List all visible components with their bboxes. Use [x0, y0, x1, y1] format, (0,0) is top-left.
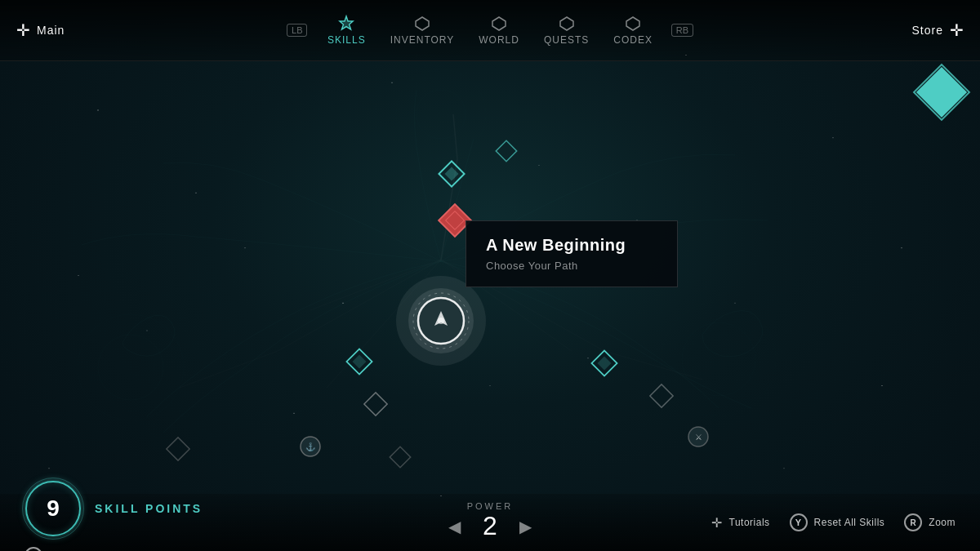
left-mid-node: ⚓ [301, 437, 320, 456]
reset-button-icon: Y [790, 513, 808, 531]
svg-marker-20 [626, 17, 639, 30]
svg-rect-35 [167, 438, 189, 460]
svg-rect-32 [364, 393, 387, 415]
store-plus-icon: ✛ [950, 20, 964, 40]
tooltip-title: A New Beginning [486, 236, 657, 255]
inventory-icon [413, 15, 431, 33]
svg-rect-37 [353, 355, 367, 369]
codex-label: Codex [613, 34, 653, 46]
tutorials-icon: ✛ [711, 515, 723, 531]
far-left-node [167, 438, 189, 460]
power-decrease-button[interactable]: ◀ [448, 517, 461, 536]
tab-world[interactable]: World [479, 15, 519, 46]
inventory-label: Inventory [390, 34, 455, 46]
store-button[interactable]: Store ✛ [912, 20, 964, 40]
svg-rect-43 [390, 447, 410, 467]
plus-icon: ✛ [16, 20, 30, 40]
svg-marker-18 [492, 17, 506, 30]
tab-skills[interactable]: Skills [327, 15, 366, 46]
rb-button[interactable]: RB [671, 24, 693, 37]
right-upper-node [650, 384, 673, 407]
lb-button[interactable]: LB [287, 24, 307, 37]
bottom-bar: 9 SKILL POINTS B Back POWER ◀ 2 ▶ ✛ Tuto… [0, 494, 980, 551]
right-teal-node [591, 350, 617, 375]
skill-points-badge: 9 [24, 480, 82, 537]
skill-tooltip: A New Beginning Choose Your Path [466, 220, 678, 287]
nav-tabs: LB Skills Inventory [327, 15, 653, 46]
skill-points-value: 9 [47, 495, 60, 522]
reset-label: Reset All Skills [814, 517, 885, 528]
svg-rect-42 [650, 384, 673, 407]
zoom-button[interactable]: R Zoom [904, 513, 956, 531]
svg-text:⚓: ⚓ [305, 442, 316, 452]
svg-marker-19 [560, 17, 573, 30]
top-navigation: ✛ Main LB Skills Inventory [0, 0, 980, 61]
corner-decoration [921, 72, 962, 113]
bottom-left-node [390, 447, 410, 467]
skills-label: Skills [327, 34, 366, 46]
tab-quests[interactable]: Quests [544, 15, 589, 46]
tab-inventory[interactable]: Inventory [390, 15, 455, 46]
power-navigation: ◀ 2 ▶ [448, 511, 532, 541]
skills-icon [337, 15, 355, 33]
svg-text:⚔: ⚔ [695, 433, 702, 442]
tutorials-button[interactable]: ✛ Tutorials [711, 515, 770, 531]
svg-rect-30 [445, 167, 459, 181]
world-icon [490, 15, 508, 33]
skill-points-section: 9 SKILL POINTS [24, 480, 203, 537]
teal-top-node [439, 161, 464, 186]
svg-rect-31 [496, 140, 516, 161]
power-section: POWER ◀ 2 ▶ [448, 501, 532, 541]
svg-marker-17 [416, 17, 429, 30]
codex-icon [624, 15, 642, 33]
back-button-icon: B [24, 547, 42, 551]
power-value: 2 [474, 511, 506, 541]
tab-codex[interactable]: Codex [613, 15, 653, 46]
main-label: Main [37, 24, 65, 37]
power-increase-button[interactable]: ▶ [519, 517, 532, 536]
main-menu-button[interactable]: ✛ Main [16, 20, 65, 40]
teal-node-top-right [496, 140, 516, 161]
svg-rect-39 [598, 357, 612, 371]
left-teal-node [346, 349, 372, 374]
zoom-button-icon: R [904, 513, 922, 531]
quests-label: Quests [544, 34, 589, 46]
bottom-right-actions: ✛ Tutorials Y Reset All Skills R Zoom [711, 513, 956, 531]
tooltip-subtitle: Choose Your Path [486, 260, 657, 272]
power-label: POWER [467, 501, 514, 511]
right-mid-node: ⚔ [688, 427, 708, 447]
center-node [396, 276, 486, 366]
quests-icon [558, 15, 576, 33]
store-label: Store [912, 24, 943, 37]
skill-points-label: SKILL POINTS [95, 502, 203, 515]
left-upper-node [364, 393, 387, 415]
tutorials-label: Tutorials [729, 517, 770, 528]
svg-point-25 [438, 318, 444, 324]
back-button[interactable]: B Back [24, 547, 73, 551]
zoom-label: Zoom [929, 517, 956, 528]
diamond-fill [916, 67, 967, 118]
reset-skills-button[interactable]: Y Reset All Skills [790, 513, 885, 531]
world-label: World [479, 34, 519, 46]
